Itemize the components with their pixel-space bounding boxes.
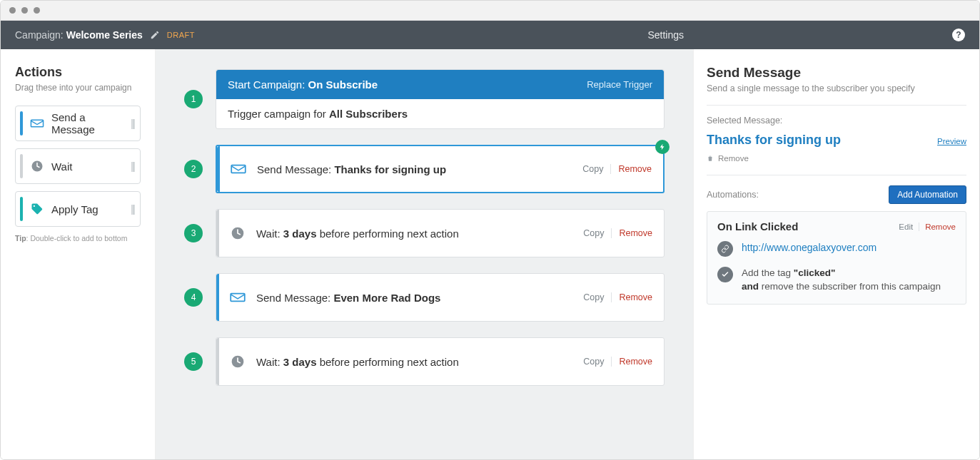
- app-window: Campaign: Welcome Series DRAFT Settings …: [0, 0, 980, 460]
- step-row-1: 1 Start Campaign: On Subscribe Replace T…: [184, 69, 665, 129]
- divider: [707, 175, 966, 175]
- wait-step[interactable]: Wait: 3 days before performing next acti…: [216, 209, 665, 257]
- actions-title: Actions: [15, 65, 141, 80]
- step-text: Send Message: Thanks for signing up: [257, 163, 582, 175]
- step-actions: Copy Remove: [583, 228, 652, 238]
- window-minimize-dot[interactable]: [21, 7, 28, 14]
- wait-step[interactable]: Wait: 3 days before performing next acti…: [216, 337, 665, 386]
- clock-icon: [219, 226, 256, 240]
- action-accent: [20, 197, 23, 221]
- selected-message-label: Selected Message:: [707, 116, 966, 126]
- copy-step-link[interactable]: Copy: [583, 292, 604, 302]
- edit-campaign-icon[interactable]: [150, 30, 160, 40]
- remove-step-link[interactable]: Remove: [619, 228, 652, 238]
- step-number: 2: [184, 160, 203, 178]
- drag-handle-icon: |||: [131, 203, 134, 215]
- automation-action-row: Add the tag "clicked" and remove the sub…: [717, 267, 956, 294]
- step-number: 5: [184, 352, 203, 371]
- status-badge: DRAFT: [167, 31, 195, 39]
- divider: [611, 357, 612, 367]
- selected-message-title[interactable]: Thanks for signing up: [707, 133, 930, 148]
- add-automation-button[interactable]: Add Automation: [889, 185, 966, 204]
- action-apply-tag[interactable]: Apply Tag |||: [15, 191, 141, 227]
- step-row-5: 5 Wait: 3 days before performing next ac…: [184, 337, 665, 386]
- automation-badge-icon: [655, 140, 670, 154]
- step-text: Wait: 3 days before performing next acti…: [256, 228, 583, 240]
- clock-icon: [29, 160, 46, 173]
- actions-tip: Tip: Double-click to add to bottom: [15, 234, 141, 242]
- step-actions: Copy Remove: [583, 357, 652, 367]
- action-wait[interactable]: Wait |||: [15, 148, 141, 184]
- start-title-trigger: On Subscribe: [308, 78, 378, 91]
- send-message-step[interactable]: Send Message: Even More Rad Dogs Copy Re…: [216, 273, 665, 322]
- topbar: Campaign: Welcome Series DRAFT Settings …: [1, 21, 979, 49]
- step-text: Send Message: Even More Rad Dogs: [256, 292, 583, 304]
- step-number: 4: [184, 288, 203, 307]
- drag-handle-icon: |||: [131, 118, 134, 129]
- copy-step-link[interactable]: Copy: [583, 357, 604, 367]
- divider: [610, 164, 611, 174]
- drag-handle-icon: |||: [131, 160, 134, 172]
- divider: [919, 223, 919, 231]
- actions-sidebar: Actions Drag these into your campaign Se…: [1, 49, 156, 459]
- divider: [611, 228, 612, 238]
- automation-title: On Link Clicked: [717, 220, 798, 232]
- main-area: Actions Drag these into your campaign Se…: [1, 49, 979, 459]
- action-accent: [20, 111, 23, 136]
- start-campaign-body: Trigger campaign for All Subscribers: [216, 99, 664, 128]
- replace-trigger-link[interactable]: Replace Trigger: [587, 79, 652, 90]
- step-row-3: 3 Wait: 3 days before performing next ac…: [184, 209, 665, 257]
- envelope-icon: [219, 292, 256, 303]
- actions-subtitle: Drag these into your campaign: [15, 83, 141, 93]
- edit-automation-link[interactable]: Edit: [899, 223, 913, 231]
- preview-link[interactable]: Preview: [937, 137, 966, 148]
- automation-action-text: Add the tag "clicked" and remove the sub…: [742, 267, 941, 294]
- trash-icon: [707, 154, 714, 163]
- automations-label: Automations:: [707, 190, 759, 200]
- action-label: Send a Message: [51, 111, 131, 136]
- send-message-step[interactable]: Send Message: Thanks for signing up Copy…: [216, 145, 665, 193]
- step-row-4: 4 Send Message: Even More Rad Dogs Copy …: [184, 273, 665, 322]
- campaign-canvas: 1 Start Campaign: On Subscribe Replace T…: [156, 49, 693, 459]
- action-accent: [20, 154, 23, 178]
- link-icon: [717, 241, 733, 257]
- campaign-prefix: Campaign:: [15, 29, 64, 41]
- start-campaign-header: Start Campaign: On Subscribe Replace Tri…: [216, 70, 664, 99]
- window-close-dot[interactable]: [9, 7, 16, 14]
- remove-step-link[interactable]: Remove: [619, 292, 652, 302]
- settings-link[interactable]: Settings: [647, 29, 684, 41]
- step-text: Wait: 3 days before performing next acti…: [256, 356, 583, 368]
- check-circle-icon: [717, 267, 733, 282]
- copy-step-link[interactable]: Copy: [582, 164, 603, 174]
- divider: [611, 292, 612, 302]
- action-send-message[interactable]: Send a Message |||: [15, 106, 141, 141]
- window-zoom-dot[interactable]: [34, 7, 40, 14]
- remove-step-link[interactable]: Remove: [618, 164, 652, 174]
- automation-link-row: http://www.onegalaxyover.com: [717, 241, 956, 257]
- remove-step-link[interactable]: Remove: [619, 357, 652, 367]
- remove-automation-link[interactable]: Remove: [925, 223, 956, 231]
- step-row-2: 2 Send Message: Thanks for signing up Co…: [184, 145, 665, 193]
- step-actions: Copy Remove: [582, 164, 652, 174]
- help-icon[interactable]: ?: [952, 29, 965, 41]
- remove-message-link[interactable]: Remove: [707, 154, 749, 163]
- step-number: 1: [184, 90, 203, 108]
- step-number: 3: [184, 224, 203, 242]
- copy-step-link[interactable]: Copy: [583, 228, 604, 238]
- start-campaign-card[interactable]: Start Campaign: On Subscribe Replace Tri…: [216, 69, 665, 129]
- campaign-name: Welcome Series: [66, 29, 143, 41]
- window-titlebar: [1, 1, 979, 21]
- panel-title: Send Message: [707, 65, 966, 81]
- tag-icon: [29, 203, 46, 215]
- clock-icon: [219, 354, 256, 369]
- start-title-prefix: Start Campaign:: [228, 78, 305, 91]
- step-actions: Copy Remove: [583, 292, 652, 302]
- automation-card: On Link Clicked Edit Remove http://www.o…: [707, 211, 966, 305]
- panel-description: Send a single message to the subscriber …: [707, 83, 966, 93]
- envelope-icon: [220, 163, 257, 175]
- details-panel: Send Message Send a single message to th…: [693, 49, 979, 459]
- divider: [707, 105, 966, 106]
- envelope-icon: [29, 118, 46, 128]
- automation-url[interactable]: http://www.onegalaxyover.com: [742, 241, 877, 253]
- action-label: Wait: [51, 160, 131, 173]
